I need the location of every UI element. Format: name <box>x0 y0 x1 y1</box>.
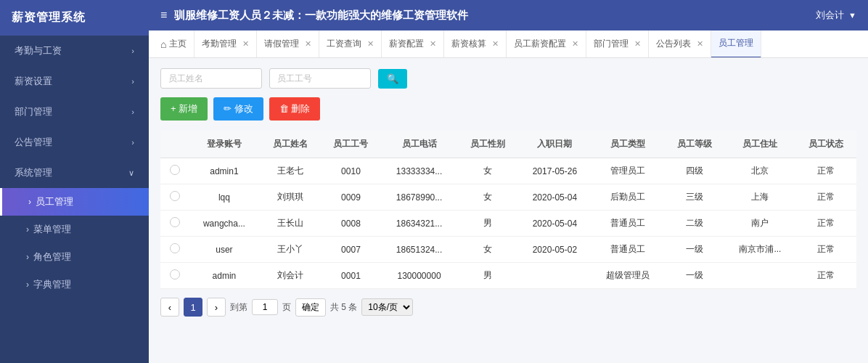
row-joindate: 2020-05-04 <box>518 211 592 237</box>
row-address <box>725 263 795 289</box>
col-level: 员工等级 <box>664 131 725 158</box>
table-row[interactable]: lqq 刘琪琪 0009 18678990... 女 2020-05-04 后勤… <box>160 184 856 211</box>
header-user[interactable]: 刘会计 ▼ <box>816 9 856 22</box>
tab-close-icon[interactable]: ✕ <box>572 39 578 49</box>
sidebar-item-dict-mgmt[interactable]: › 字典管理 <box>0 271 149 298</box>
main-area: ≡ 驯服维修工资人员２未减：一款功能强大的维修工资管理软件 刘会计 ▼ ⌂ 主页… <box>149 0 868 363</box>
chevron-right-icon: › <box>131 77 134 86</box>
tab-close-icon[interactable]: ✕ <box>305 39 311 49</box>
chevron-down-icon: ∨ <box>128 168 134 178</box>
row-address: 上海 <box>725 184 795 211</box>
user-dropdown-icon[interactable]: ▼ <box>848 11 856 20</box>
row-type: 后勤员工 <box>591 184 664 211</box>
row-account: lqq <box>189 184 259 211</box>
row-id: 0010 <box>320 158 381 184</box>
username-label: 刘会计 <box>816 9 844 22</box>
row-account: wangcha... <box>189 211 259 237</box>
total-label: 共 5 条 <box>330 301 357 314</box>
sidebar-item-attendance[interactable]: 考勤与工资 › <box>0 36 149 66</box>
pagination: ‹ 1 › 到第 页 确定 共 5 条 10条/页 20条/页 50条/页 <box>160 298 856 317</box>
sidebar-item-salary-settings[interactable]: 薪资设置 › <box>0 66 149 97</box>
search-id-input[interactable] <box>269 68 371 89</box>
sidebar-logo: 薪资管理系统 <box>0 0 149 36</box>
tab-salary-query[interactable]: 工资查询 ✕ <box>319 30 382 58</box>
tab-label: 考勤管理 <box>202 38 237 50</box>
tab-salary-config[interactable]: 薪资配置 ✕ <box>382 30 444 58</box>
action-bar: + 新增 ✏ 修改 🗑 删除 <box>160 97 856 121</box>
row-account: admin1 <box>189 158 259 184</box>
tab-close-icon[interactable]: ✕ <box>697 39 703 49</box>
tab-leave[interactable]: 请假管理 ✕ <box>257 30 319 58</box>
tab-attendance[interactable]: 考勤管理 ✕ <box>195 30 257 58</box>
sidebar-sub-item-label: 菜单管理 <box>33 223 71 236</box>
page-number-input[interactable] <box>252 299 278 315</box>
page-size-select[interactable]: 10条/页 20条/页 50条/页 <box>361 298 413 316</box>
row-level: 一级 <box>664 263 725 289</box>
menu-icon[interactable]: ≡ <box>160 9 167 22</box>
sidebar-item-label: 系统管理 <box>15 166 52 179</box>
search-name-input[interactable] <box>160 68 262 89</box>
row-radio[interactable] <box>160 263 189 289</box>
row-radio[interactable] <box>160 184 189 211</box>
row-joindate <box>518 263 592 289</box>
tab-close-icon[interactable]: ✕ <box>430 39 436 49</box>
header: ≡ 驯服维修工资人员２未减：一款功能强大的维修工资管理软件 刘会计 ▼ <box>149 0 868 30</box>
next-page-button[interactable]: › <box>207 298 226 317</box>
row-level: 四级 <box>664 158 725 184</box>
sidebar-item-label: 公告管理 <box>15 136 52 149</box>
confirm-page-button[interactable]: 确定 <box>295 298 326 317</box>
row-type: 普通员工 <box>591 237 664 263</box>
sidebar-item-menu-mgmt[interactable]: › 菜单管理 <box>0 216 149 243</box>
tab-notice[interactable]: 公告列表 ✕ <box>649 30 711 58</box>
table-row[interactable]: admin1 王老七 0010 13333334... 女 2017-05-26… <box>160 158 856 184</box>
tab-close-icon[interactable]: ✕ <box>367 39 374 49</box>
tab-label: 公告列表 <box>656 38 691 50</box>
col-address: 员工住址 <box>725 131 795 158</box>
search-button[interactable]: 🔍 <box>378 69 407 89</box>
row-gender: 女 <box>457 237 518 263</box>
content-area: 🔍 + 新增 ✏ 修改 🗑 删除 登录账号 员工姓名 员工工号 员工电话 员工性… <box>149 58 868 363</box>
sidebar-item-dept-mgmt[interactable]: 部门管理 › <box>0 97 149 127</box>
tab-dept[interactable]: 部门管理 ✕ <box>586 30 649 58</box>
row-level: 三级 <box>664 184 725 211</box>
edit-button[interactable]: ✏ 修改 <box>213 97 263 121</box>
delete-button[interactable]: 🗑 删除 <box>269 97 321 121</box>
row-address: 南户 <box>725 211 795 237</box>
tab-employee-salary[interactable]: 员工薪资配置 ✕ <box>507 30 586 58</box>
search-bar: 🔍 <box>160 68 856 89</box>
sidebar-item-sys-mgmt[interactable]: 系统管理 ∨ <box>0 158 149 188</box>
col-status: 员工状态 <box>795 131 856 158</box>
row-radio[interactable] <box>160 158 189 184</box>
chevron-right-icon: › <box>131 107 134 116</box>
table-row[interactable]: wangcha... 王长山 0008 18634321... 男 2020-0… <box>160 211 856 237</box>
tab-close-icon[interactable]: ✕ <box>492 39 499 49</box>
sidebar-sub-item-label: 字典管理 <box>33 278 71 291</box>
row-account: admin <box>189 263 259 289</box>
tab-home[interactable]: ⌂ 主页 <box>153 30 195 58</box>
row-id: 0001 <box>320 263 381 289</box>
row-type: 超级管理员 <box>591 263 664 289</box>
sidebar-item-employee-mgmt[interactable]: › 员工管理 <box>0 188 149 216</box>
row-radio[interactable] <box>160 211 189 237</box>
home-icon: ⌂ <box>160 38 166 50</box>
tab-close-icon[interactable]: ✕ <box>634 39 641 49</box>
tab-salary-calc[interactable]: 薪资核算 ✕ <box>444 30 507 58</box>
sidebar-item-role-mgmt[interactable]: › 角色管理 <box>0 243 149 271</box>
row-level: 二级 <box>664 211 725 237</box>
tab-employee[interactable]: 员工管理 <box>711 30 761 58</box>
row-phone: 18678990... <box>381 184 456 211</box>
row-name: 刘会计 <box>260 263 321 289</box>
page-1-button[interactable]: 1 <box>184 298 202 317</box>
sidebar-item-notice-mgmt[interactable]: 公告管理 › <box>0 127 149 158</box>
row-radio[interactable] <box>160 237 189 263</box>
tab-close-icon[interactable]: ✕ <box>242 39 249 49</box>
row-name: 刘琪琪 <box>260 184 321 211</box>
row-gender: 女 <box>457 184 518 211</box>
row-id: 0009 <box>320 184 381 211</box>
row-name: 王小丫 <box>260 237 321 263</box>
table-row[interactable]: user 王小丫 0007 18651324... 女 2020-05-02 普… <box>160 237 856 263</box>
prev-page-button[interactable]: ‹ <box>160 298 179 317</box>
add-button[interactable]: + 新增 <box>160 97 208 121</box>
table-row[interactable]: admin 刘会计 0001 130000000 男 超级管理员 一级 正常 <box>160 263 856 289</box>
row-address: 北京 <box>725 158 795 184</box>
